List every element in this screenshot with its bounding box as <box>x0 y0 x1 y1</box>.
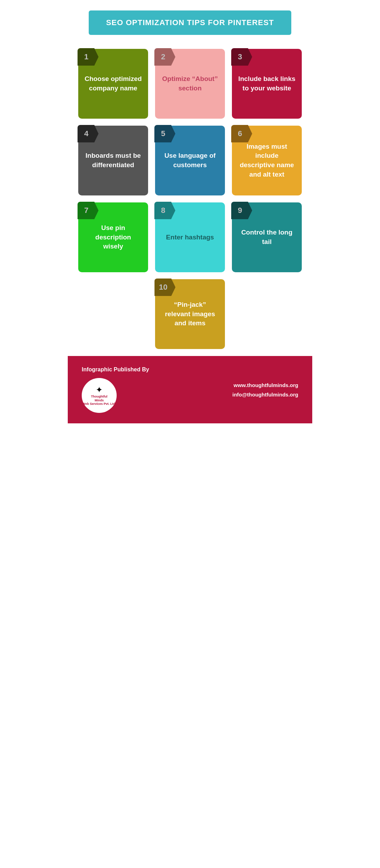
card-2: 2Optimize “About” section <box>155 49 225 119</box>
card-number-4: 4 <box>78 125 98 142</box>
card-text-5: Use language of customers <box>161 151 219 170</box>
card-number-3: 3 <box>231 48 252 66</box>
card-8: 8Enter hashtags <box>155 202 225 272</box>
grid-row-3: 7Use pin description wisely8Enter hashta… <box>68 202 312 272</box>
card-number-5: 5 <box>154 125 175 142</box>
footer: Infographic Published By ✦ Thoughtful Mi… <box>68 356 312 423</box>
grid-row-4: 10“Pin-jack” relevant images and items <box>68 279 312 349</box>
footer-left: Infographic Published By ✦ Thoughtful Mi… <box>82 366 149 413</box>
card-text-3: Include back links to your website <box>238 74 295 93</box>
card-number-2: 2 <box>154 48 175 66</box>
card-5: 5Use language of customers <box>155 126 225 195</box>
card-1: 1Choose optimized company name <box>78 49 148 119</box>
card-text-1: Choose optimized company name <box>85 74 142 93</box>
logo-text: Thoughtful Minds Web Services Pvt. Ltd. <box>82 395 116 406</box>
footer-email: info@thoughtfulminds.org <box>232 390 298 399</box>
card-3: 3Include back links to your website <box>232 49 302 119</box>
card-4: 4Inboards must be differentiated <box>78 126 148 195</box>
card-number-6: 6 <box>231 125 252 142</box>
card-number-9: 9 <box>231 202 252 219</box>
footer-website: www.thoughtfulminds.org <box>232 380 298 390</box>
card-number-7: 7 <box>78 202 98 219</box>
card-number-1: 1 <box>78 48 98 66</box>
card-text-4: Inboards must be differentiated <box>85 151 142 170</box>
page-title: SEO OPTIMIZATION TIPS FOR PINTEREST <box>99 18 281 27</box>
grid-row-1: 1Choose optimized company name2Optimize … <box>68 49 312 119</box>
card-text-7: Use pin description wisely <box>85 223 142 251</box>
card-7: 7Use pin description wisely <box>78 202 148 272</box>
card-9: 9Control the long tail <box>232 202 302 272</box>
footer-right: www.thoughtfulminds.org info@thoughtfulm… <box>232 380 298 399</box>
grid-row-2: 4Inboards must be differentiated5Use lan… <box>68 126 312 195</box>
card-number-10: 10 <box>154 279 175 296</box>
card-text-8: Enter hashtags <box>166 233 214 242</box>
footer-published-by: Infographic Published By <box>82 366 149 373</box>
card-text-6: Images must include descriptive name and… <box>238 142 295 179</box>
card-10: 10“Pin-jack” relevant images and items <box>155 279 225 349</box>
card-6: 6Images must include descriptive name an… <box>232 126 302 195</box>
card-number-8: 8 <box>154 202 175 219</box>
card-text-2: Optimize “About” section <box>161 74 219 93</box>
footer-logo: ✦ Thoughtful Minds Web Services Pvt. Ltd… <box>82 378 117 413</box>
card-text-9: Control the long tail <box>238 228 295 246</box>
logo-icon: ✦ <box>96 385 103 395</box>
card-text-10: “Pin-jack” relevant images and items <box>161 300 218 328</box>
header: SEO OPTIMIZATION TIPS FOR PINTEREST <box>68 10 312 35</box>
